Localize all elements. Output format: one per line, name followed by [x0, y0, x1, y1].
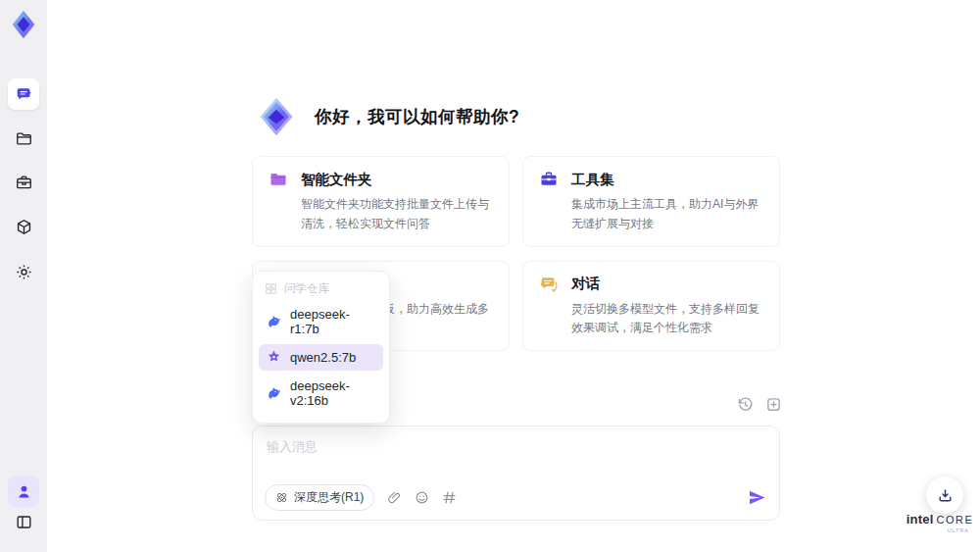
app-window: 你好，我可以如何帮助你? 智能文件夹 智能文件夹功能支持批量文件上传与清洗，轻松… [0, 0, 980, 552]
card-title: 智能文件夹 [301, 171, 372, 189]
sidebar-item-models[interactable] [8, 211, 39, 242]
input-toolbar: 深度思考(R1) [265, 484, 766, 511]
chat-icon [15, 85, 33, 104]
download-icon [937, 487, 954, 504]
emoji-icon [415, 490, 429, 505]
panel-icon [15, 513, 33, 531]
sidebar-item-panel-toggle[interactable] [8, 506, 39, 537]
deep-think-toggle[interactable]: 深度思考(R1) [265, 484, 374, 511]
deepseek-icon [266, 314, 282, 330]
sidebar-item-folders[interactable] [8, 123, 39, 154]
app-logo-icon [7, 8, 40, 41]
sidebar [0, 0, 47, 552]
model-group-label: 问学仓库 [253, 276, 389, 299]
deepseek-icon [266, 385, 282, 402]
sidebar-item-user[interactable] [8, 476, 39, 507]
core-wordmark: CORE [936, 514, 973, 526]
card-description: 集成市场上主流工具，助力AI与外界无缝扩展与对接 [539, 195, 763, 234]
dialogue-icon [539, 275, 559, 294]
emoji-button[interactable] [415, 490, 429, 505]
attach-button[interactable] [387, 490, 402, 505]
card-description: 灵活切换多模型文件，支持多样回复效果调试，满足个性化需求 [539, 300, 763, 339]
history-icon [737, 396, 754, 413]
atom-icon [275, 491, 288, 504]
model-option-qwen[interactable]: qwen2.5:7b [259, 344, 383, 371]
conversation-actions [737, 396, 782, 413]
model-dropdown: 问学仓库 deepseek-r1:7b qwen2.5:7b [252, 271, 390, 424]
paperclip-icon [387, 490, 402, 505]
greeting-title: 你好，我可以如何帮助你? [315, 105, 519, 128]
briefcase-icon [15, 174, 33, 192]
sidebar-item-settings[interactable] [8, 256, 39, 287]
assistant-logo-icon [255, 95, 298, 138]
sidebar-item-toolbox[interactable] [8, 167, 39, 198]
card-toolset[interactable]: 工具集 集成市场上主流工具，助力AI与外界无缝扩展与对接 [522, 156, 780, 247]
gear-icon [15, 263, 33, 281]
new-chat-icon [765, 396, 782, 413]
user-icon [15, 482, 33, 501]
new-chat-button[interactable] [765, 396, 782, 413]
smart-folder-icon [269, 170, 288, 189]
repo-icon [265, 282, 277, 295]
message-input[interactable]: 输入消息 深度思考(R1) [252, 426, 780, 521]
prompt-tags-button[interactable] [442, 490, 457, 505]
ultra-wordmark: ULTRA [908, 527, 971, 533]
greeting: 你好，我可以如何帮助你? [255, 95, 519, 138]
card-title: 对话 [571, 275, 600, 293]
intel-wordmark: intel [906, 512, 934, 527]
card-title: 工具集 [571, 171, 614, 189]
model-option-deepseek-v2[interactable]: deepseek-v2:16b [259, 374, 383, 413]
card-smart-folder[interactable]: 智能文件夹 智能文件夹功能支持批量文件上传与清洗，轻松实现文件问答 [252, 156, 510, 247]
cube-icon [15, 218, 33, 236]
sidebar-item-chat[interactable] [8, 78, 39, 110]
card-description: 智能文件夹功能支持批量文件上传与清洗，轻松实现文件问答 [269, 195, 493, 234]
send-button[interactable] [748, 488, 766, 507]
model-option-deepseek-r1[interactable]: deepseek-r1:7b [259, 302, 383, 341]
qwen-icon [266, 349, 282, 366]
card-dialogue[interactable]: 对话 灵活切换多模型文件，支持多样回复效果调试，满足个性化需求 [522, 261, 780, 352]
hash-icon [442, 490, 457, 505]
input-placeholder: 输入消息 [267, 438, 318, 456]
download-button[interactable] [926, 477, 963, 514]
folder-icon [15, 129, 33, 148]
history-button[interactable] [737, 396, 754, 413]
intel-core-logo: intel CORE ULTRA [908, 512, 971, 533]
toolset-icon [539, 170, 559, 189]
send-icon [748, 488, 766, 507]
